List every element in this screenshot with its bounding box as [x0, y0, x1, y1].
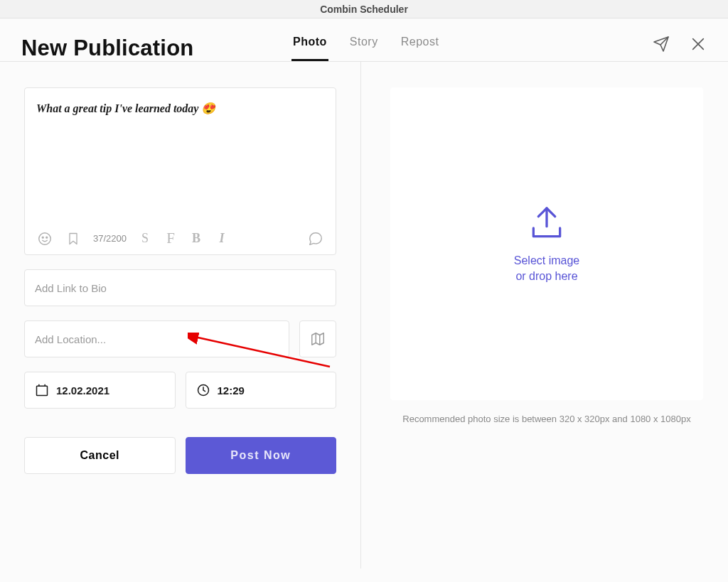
- time-field[interactable]: 12:29: [186, 372, 337, 409]
- action-row: Cancel Post Now: [24, 437, 336, 474]
- location-field[interactable]: [24, 320, 289, 357]
- header-actions: [653, 36, 707, 61]
- comment-icon[interactable]: [307, 230, 324, 247]
- image-drop-zone[interactable]: Select image or drop here: [390, 87, 703, 400]
- date-time-row: 12.02.2021 12:29: [24, 372, 336, 409]
- caption-textarea[interactable]: What a great tip I've learned today 😍: [36, 101, 324, 230]
- style-bold-button[interactable]: B: [189, 231, 203, 246]
- caption-box: What a great tip I've learned today 😍 37…: [24, 87, 336, 255]
- publication-tabs: Photo Story Repost: [291, 31, 440, 61]
- drop-zone-line2: or drop here: [514, 269, 580, 284]
- drop-zone-line1: Select image: [514, 253, 580, 269]
- svg-point-4: [46, 237, 48, 238]
- drop-zone-text: Select image or drop here: [514, 253, 580, 285]
- date-field[interactable]: 12.02.2021: [24, 372, 176, 409]
- tab-photo[interactable]: Photo: [291, 31, 328, 61]
- bookmark-icon[interactable]: [65, 230, 82, 247]
- svg-rect-7: [37, 386, 48, 395]
- emoji-icon[interactable]: [36, 230, 53, 247]
- link-in-bio-field[interactable]: [24, 269, 336, 306]
- link-in-bio-input[interactable]: [35, 282, 326, 294]
- location-row: [24, 320, 336, 357]
- clock-icon: [196, 383, 210, 397]
- app-title-bar: Combin Scheduler: [0, 0, 728, 18]
- style-italic-button[interactable]: I: [215, 231, 229, 246]
- header: New Publication Photo Story Repost: [0, 18, 728, 62]
- upload-icon: [527, 203, 567, 243]
- cancel-button[interactable]: Cancel: [24, 437, 176, 474]
- style-s-button[interactable]: S: [138, 231, 152, 246]
- style-script-button[interactable]: F: [164, 230, 178, 247]
- svg-point-2: [39, 232, 51, 244]
- location-input[interactable]: [35, 333, 279, 345]
- char-count: 37/2200: [93, 233, 127, 244]
- tab-story[interactable]: Story: [348, 31, 380, 61]
- right-column: Select image or drop here Recommended ph…: [361, 62, 728, 568]
- tab-repost[interactable]: Repost: [400, 31, 441, 61]
- page-title: New Publication: [21, 36, 193, 61]
- svg-point-3: [42, 237, 43, 238]
- post-now-button[interactable]: Post Now: [186, 437, 337, 474]
- caption-toolbar: 37/2200 S F B I: [36, 230, 324, 247]
- left-column: What a great tip I've learned today 😍 37…: [0, 62, 361, 568]
- time-value: 12:29: [218, 384, 245, 397]
- app-title: Combin Scheduler: [320, 4, 408, 15]
- content: What a great tip I've learned today 😍 37…: [0, 62, 728, 568]
- date-value: 12.02.2021: [56, 384, 109, 397]
- close-icon[interactable]: [690, 36, 707, 53]
- calendar-icon: [35, 383, 49, 397]
- send-icon[interactable]: [653, 36, 670, 53]
- recommended-size-text: Recommended photo size is between 320 x …: [402, 413, 690, 426]
- map-button[interactable]: [299, 320, 336, 357]
